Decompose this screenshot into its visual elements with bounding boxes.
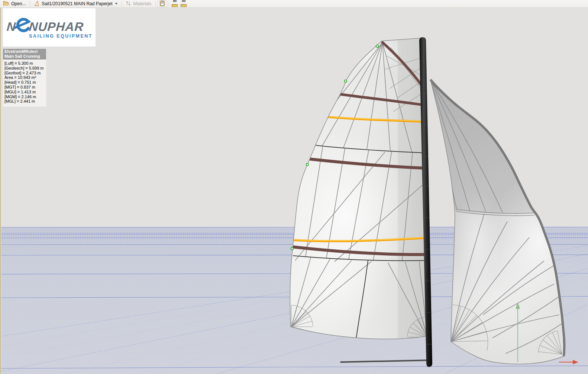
clipboard-icon (159, 0, 165, 7)
measurement-row: [MGT] = 0.837 m (4, 85, 45, 90)
sail-info-title-line1: ElvstromMRules\ (4, 49, 45, 54)
measurement-row: [MGL] = 2.441 m (4, 99, 45, 104)
open-button[interactable]: Open... (0, 0, 29, 7)
sail-info-panel: ElvstromMRules\ Main Sail Cruising [Luff… (3, 48, 46, 107)
sail-selector-button[interactable]: Sail1/20190521 MAIN Rad Paperjet (31, 0, 120, 7)
toolbar-separator (30, 1, 30, 7)
materials-icon (126, 1, 131, 7)
sail-icon (34, 1, 40, 7)
toolbar: Open... Sail1/20190521 MAIN Rad Paperjet (0, 0, 588, 8)
ruler-3d-icon (172, 3, 178, 8)
measurement-row: [Luff] = 5.300 m (4, 61, 45, 66)
materials-button-label: Materials (133, 1, 151, 6)
logo-text-n: N (6, 20, 16, 33)
sail-selector-label: Sail1/20190521 MAIN Rad Paperjet (42, 1, 112, 6)
measurement-row: [Head] = 0.751 m (4, 80, 45, 85)
measurement-row: Area = 10.943 m² (4, 75, 45, 80)
open-button-label: Open... (11, 1, 26, 6)
toolbar-separator (122, 1, 122, 7)
toolbar-separator (169, 1, 169, 7)
logo-text-rest: NUPHAR (29, 20, 84, 33)
measurement-row: [MGM] = 2.146 m (4, 95, 45, 99)
toolbar-separator (155, 1, 156, 7)
measure-3d-button[interactable]: 3D (170, 0, 179, 7)
sail-measurements: [Luff] = 5.300 m [Geoleech] = 5.699 m [G… (3, 60, 46, 106)
viewport-3d[interactable] (0, 0, 588, 374)
sail-cad-window: Open... Sail1/20190521 MAIN Rad Paperjet (0, 0, 588, 374)
window-left-edge (0, 8, 1, 374)
logo: N NUPHAR SAILING EQUIPMENT (3, 8, 96, 47)
dropdown-caret-icon (115, 3, 117, 4)
sail-info-title-line2: Main Sail Cruising (4, 54, 45, 59)
measurement-row: [Geoleech] = 5.699 m (4, 66, 45, 71)
measurement-row: [Geofoot] = 2.473 m (4, 71, 45, 76)
sail-info-title: ElvstromMRules\ Main Sail Cruising (3, 49, 46, 60)
ruler-2d-icon (181, 3, 187, 8)
paste-button[interactable] (157, 0, 167, 7)
measurement-row: [MGU] = 1.413 m (4, 90, 45, 95)
measure-2d-button[interactable]: 2D (179, 0, 188, 7)
materials-button[interactable]: Materials (123, 0, 154, 7)
folder-icon (3, 1, 9, 7)
